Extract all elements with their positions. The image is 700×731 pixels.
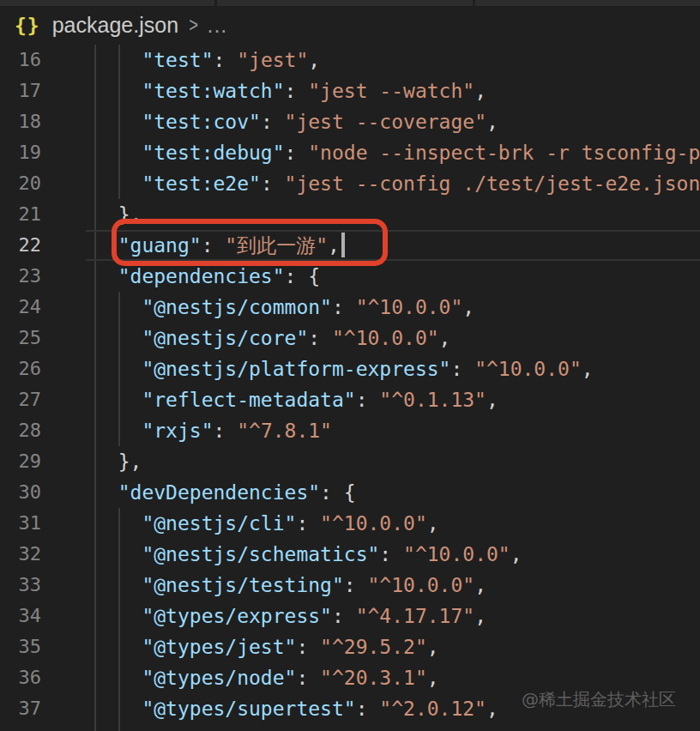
code-text: "guang": "到此一游",	[94, 230, 345, 261]
chevron-right-icon: >	[189, 14, 198, 37]
code-line[interactable]: 20 "test:e2e": "jest --config ./test/jes…	[0, 168, 700, 199]
code-text: "@types/express": "^4.17.17",	[94, 601, 486, 631]
line-number: 25	[0, 323, 41, 353]
code-text: "test:watch": "jest --watch",	[94, 76, 486, 106]
code-text: "test": "jest",	[94, 45, 320, 76]
code-line[interactable]: 25 "@nestjs/core": "^10.0.0",	[0, 323, 700, 353]
line-number: 26	[0, 353, 41, 384]
code-line[interactable]: 31 "@nestjs/cli": "^10.0.0",	[0, 508, 700, 539]
line-number: 36	[0, 662, 41, 693]
code-line[interactable]: 35 "@types/jest": "^29.5.2",	[0, 631, 700, 662]
line-number: 31	[0, 508, 41, 539]
line-number: 16	[0, 45, 41, 76]
line-number: 37	[0, 693, 41, 724]
code-line[interactable]: 32 "@nestjs/schematics": "^10.0.0",	[0, 539, 700, 570]
line-number: 22	[0, 230, 41, 261]
editor[interactable]: 16 "test": "jest",17 "test:watch": "jest…	[0, 45, 700, 731]
line-number: 35	[0, 631, 41, 662]
line-number: 24	[0, 292, 41, 323]
breadcrumb-symbol-ellipsis[interactable]: ...	[207, 13, 227, 38]
code-text: "devDependencies": {	[94, 477, 356, 508]
code-text: "test:e2e": "jest --config ./test/jest-e…	[94, 168, 700, 199]
code-line[interactable]: 16 "test": "jest",	[0, 45, 700, 76]
code-text: },	[94, 446, 142, 477]
code-line[interactable]: 27 "reflect-metadata": "^0.1.13",	[0, 384, 700, 415]
line-number: 33	[0, 570, 41, 601]
code-text: "@types/jest": "^29.5.2",	[94, 631, 439, 662]
code-text: "@nestjs/cli": "^10.0.0",	[94, 508, 439, 539]
line-number: 19	[0, 137, 41, 168]
line-number: 32	[0, 539, 41, 570]
code-text: },	[94, 199, 142, 230]
json-file-icon: {}	[15, 15, 40, 37]
code-line[interactable]: 21 },	[0, 199, 700, 230]
code-text: "@nestjs/platform-express": "^10.0.0",	[94, 353, 594, 384]
line-number: 30	[0, 477, 41, 508]
breadcrumb: {} package.json > ...	[0, 6, 700, 45]
code-line[interactable]: 29 },	[0, 446, 700, 477]
tab-divider	[473, 0, 475, 6]
code-text: "@types/supertest": "^2.0.12",	[94, 693, 498, 724]
line-number: 34	[0, 601, 41, 631]
line-number: 38	[0, 724, 41, 731]
text-cursor	[341, 233, 345, 257]
code-text: "test:debug": "node --inspect-brk -r tsc…	[94, 137, 700, 168]
code-text: "@nestjs/testing": "^10.0.0",	[94, 570, 486, 601]
code-text: "@typescript-eslint/eslint-plugin": "^5.…	[94, 724, 700, 731]
code-line[interactable]: 34 "@types/express": "^4.17.17",	[0, 601, 700, 631]
code-text: "reflect-metadata": "^0.1.13",	[94, 384, 498, 415]
code-text: "test:cov": "jest --coverage",	[94, 106, 498, 137]
code-text: "@types/node": "^20.3.1",	[94, 662, 439, 693]
line-number: 18	[0, 106, 41, 137]
code-line[interactable]: 24 "@nestjs/common": "^10.0.0",	[0, 292, 700, 323]
line-number: 17	[0, 76, 41, 106]
code-line[interactable]: 18 "test:cov": "jest --coverage",	[0, 106, 700, 137]
code-line[interactable]: 17 "test:watch": "jest --watch",	[0, 76, 700, 106]
code-text: "rxjs": "^7.8.1"	[94, 415, 332, 446]
code-line[interactable]: 23 "dependencies": {	[0, 261, 700, 292]
line-number: 23	[0, 261, 41, 292]
code-line[interactable]: 26 "@nestjs/platform-express": "^10.0.0"…	[0, 353, 700, 384]
vscode-window: { "breadcrumb": { "file_icon": "{}", "fi…	[0, 0, 700, 731]
line-number: 29	[0, 446, 41, 477]
code-text: "@nestjs/core": "^10.0.0",	[94, 323, 450, 353]
tab-divider	[214, 0, 217, 6]
code-text: "@nestjs/common": "^10.0.0",	[94, 292, 474, 323]
watermark: @稀土掘金技术社区	[522, 688, 676, 711]
code-line[interactable]: 19 "test:debug": "node --inspect-brk -r …	[0, 137, 700, 168]
code-text: "dependencies": {	[94, 261, 320, 292]
code-line[interactable]: 30 "devDependencies": {	[0, 477, 700, 508]
tab-bar-edge[interactable]	[0, 0, 700, 6]
code-line[interactable]: 38 "@typescript-eslint/eslint-plugin": "…	[0, 724, 700, 731]
line-number: 27	[0, 384, 41, 415]
code-line[interactable]: 22 "guang": "到此一游",	[0, 230, 700, 261]
line-number: 20	[0, 168, 41, 199]
breadcrumb-file-name[interactable]: package.json	[52, 13, 178, 38]
code-line[interactable]: 33 "@nestjs/testing": "^10.0.0",	[0, 570, 700, 601]
line-number: 21	[0, 199, 41, 230]
code-text: "@nestjs/schematics": "^10.0.0",	[94, 539, 522, 570]
line-number: 28	[0, 415, 41, 446]
code-line[interactable]: 28 "rxjs": "^7.8.1"	[0, 415, 700, 446]
